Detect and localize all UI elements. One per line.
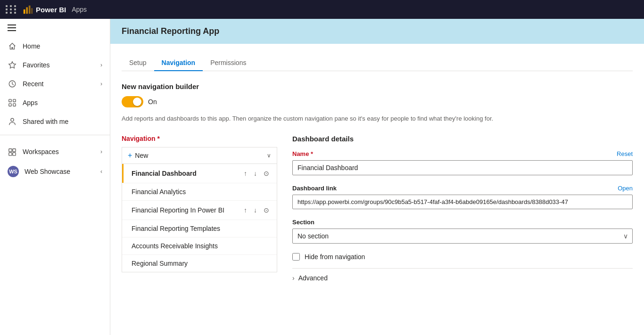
nav-builder-description: Add reports and dashboards to this app. … xyxy=(122,114,633,123)
nav-item-label-accounts-receivable: Accounts Receivable Insights xyxy=(128,242,271,250)
section-label: Section xyxy=(292,219,314,226)
toggle-on-label: On xyxy=(148,98,157,106)
tab-permissions[interactable]: Permissions xyxy=(203,55,254,71)
plus-icon: + xyxy=(128,151,132,160)
nav-item-financial-dashboard[interactable]: Financial Dashboard ↑ ↓ ⊙ xyxy=(122,164,277,183)
nav-builder-toggle[interactable] xyxy=(122,96,143,107)
more-options-button-3[interactable]: ⊙ xyxy=(262,205,271,215)
tab-navigation[interactable]: Navigation xyxy=(154,55,203,71)
dashboard-details-title: Dashboard details xyxy=(292,135,633,143)
new-button[interactable]: + New ∨ xyxy=(122,147,277,164)
svg-rect-1 xyxy=(26,7,28,14)
section-select[interactable]: No section xyxy=(292,229,633,244)
svg-rect-2 xyxy=(29,6,31,14)
move-up-button[interactable]: ↑ xyxy=(242,169,249,178)
sidebar: Home Favorites › Recent › Apps xyxy=(0,19,110,335)
svg-rect-7 xyxy=(9,104,11,106)
dashboard-link-field-group: Dashboard link Open xyxy=(292,185,633,209)
star-icon xyxy=(8,60,17,70)
sidebar-item-workspaces-label: Workspaces xyxy=(23,148,95,155)
svg-point-9 xyxy=(11,118,14,121)
divider xyxy=(292,268,633,269)
sidebar-item-web-showcase-label: Web Showcase xyxy=(25,168,95,175)
more-options-button[interactable]: ⊙ xyxy=(262,169,271,178)
svg-rect-10 xyxy=(9,149,12,152)
nav-builder-title: New navigation builder xyxy=(122,82,633,90)
hamburger-icon xyxy=(8,25,16,31)
dashboard-link-input[interactable] xyxy=(292,195,633,209)
svg-rect-0 xyxy=(24,9,25,14)
svg-rect-5 xyxy=(9,99,11,102)
clock-icon xyxy=(8,79,17,89)
new-button-label: New xyxy=(135,152,267,159)
topbar: Power BI Apps xyxy=(0,0,644,19)
advanced-row[interactable]: › Advanced xyxy=(292,274,633,282)
svg-rect-8 xyxy=(13,104,16,106)
dashboard-link-label: Dashboard link xyxy=(292,185,337,192)
sidebar-item-apps[interactable]: Apps xyxy=(0,93,110,112)
name-input[interactable] xyxy=(292,160,633,175)
svg-rect-12 xyxy=(9,153,12,155)
svg-rect-13 xyxy=(13,153,16,155)
sidebar-item-recent[interactable]: Recent › xyxy=(0,74,110,93)
powerbi-logo: Power BI xyxy=(23,4,66,15)
hide-from-nav-checkbox[interactable] xyxy=(292,253,300,261)
svg-rect-6 xyxy=(13,99,16,102)
nav-item-financial-reporting-templates[interactable]: Financial Reporting Templates xyxy=(122,220,277,237)
dashboard-link-header: Dashboard link Open xyxy=(292,185,633,192)
section-select-wrapper: No section ∨ xyxy=(292,229,633,244)
nav-item-financial-reporting-power-bi[interactable]: Financial Reporting In Power BI ↑ ↓ ⊙ xyxy=(122,201,277,220)
home-icon xyxy=(8,41,17,51)
hide-from-nav-row: Hide from navigation xyxy=(292,253,633,261)
web-showcase-avatar: WS xyxy=(8,166,19,177)
nav-item-label-financial-reporting-templates: Financial Reporting Templates xyxy=(128,225,271,232)
sidebar-item-apps-label: Apps xyxy=(23,99,102,106)
tabs-bar: Setup Navigation Permissions xyxy=(122,55,633,71)
nav-item-accounts-receivable[interactable]: Accounts Receivable Insights xyxy=(122,237,277,255)
nav-item-label-financial-reporting-power-bi: Financial Reporting In Power BI xyxy=(128,206,242,214)
app-header-title: Financial Reporting App xyxy=(122,26,219,36)
reset-button[interactable]: Reset xyxy=(617,150,633,157)
grid-icon xyxy=(8,98,17,107)
name-label: Name * xyxy=(292,150,313,157)
hamburger-button[interactable] xyxy=(0,19,110,37)
nav-item-label-financial-dashboard: Financial Dashboard xyxy=(128,170,242,177)
recent-chevron-icon: › xyxy=(100,81,102,87)
svg-rect-11 xyxy=(13,149,16,152)
two-col-layout: Navigation * + New ∨ Financial Dashboard xyxy=(122,135,633,282)
sidebar-item-home-label: Home xyxy=(23,42,102,50)
apps-grid-icon[interactable] xyxy=(6,5,17,14)
web-showcase-chevron-icon: ‹ xyxy=(100,168,102,175)
section-field-group: Section No section ∨ xyxy=(292,219,633,244)
tab-setup[interactable]: Setup xyxy=(122,55,154,71)
move-up-button-3[interactable]: ↑ xyxy=(242,205,249,215)
new-chevron-down-icon: ∨ xyxy=(267,152,271,159)
nav-item-regional-summary[interactable]: Regional Summary xyxy=(122,255,277,272)
sidebar-item-workspaces[interactable]: Workspaces › xyxy=(0,142,110,161)
sidebar-item-recent-label: Recent xyxy=(23,80,95,88)
sidebar-item-web-showcase[interactable]: WS Web Showcase ‹ xyxy=(0,161,110,182)
nav-item-3-actions: ↑ ↓ ⊙ xyxy=(242,205,271,215)
move-down-button[interactable]: ↓ xyxy=(252,169,259,178)
nav-item-financial-analytics[interactable]: Financial Analytics xyxy=(122,183,277,201)
toggle-row: On xyxy=(122,96,633,107)
open-button[interactable]: Open xyxy=(618,185,633,192)
navigation-panel: Navigation * + New ∨ Financial Dashboard xyxy=(122,135,277,282)
content-area: Setup Navigation Permissions New navigat… xyxy=(110,44,644,335)
sidebar-item-home[interactable]: Home xyxy=(0,37,110,56)
advanced-label: Advanced xyxy=(298,274,328,282)
nav-item-label-regional-summary: Regional Summary xyxy=(128,260,271,267)
name-field-header: Name * Reset xyxy=(292,150,633,157)
navigation-list: Financial Dashboard ↑ ↓ ⊙ Financial Anal… xyxy=(122,164,277,272)
sidebar-item-favorites-label: Favorites xyxy=(23,61,95,69)
hide-from-nav-label[interactable]: Hide from navigation xyxy=(305,253,365,261)
app-header: Financial Reporting App xyxy=(110,19,644,44)
move-down-button-3[interactable]: ↓ xyxy=(252,205,259,215)
topbar-apps-label: Apps xyxy=(72,6,87,13)
workspace-icon xyxy=(8,147,17,156)
sidebar-item-favorites[interactable]: Favorites › xyxy=(0,56,110,74)
sidebar-item-shared[interactable]: Shared with me xyxy=(0,112,110,131)
toggle-knob xyxy=(133,98,141,106)
nav-item-label-financial-analytics: Financial Analytics xyxy=(128,188,271,196)
svg-rect-3 xyxy=(31,8,33,14)
